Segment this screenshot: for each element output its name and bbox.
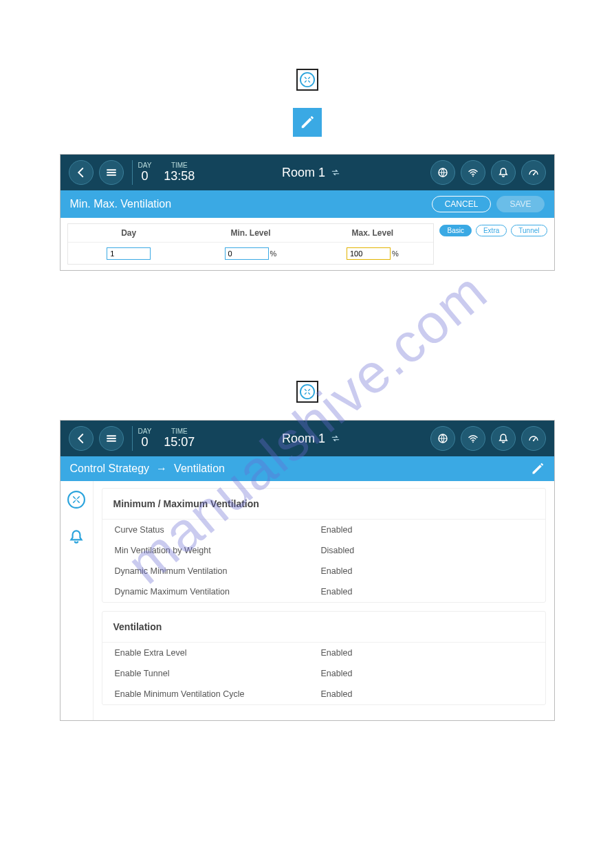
- setting-row[interactable]: Dynamic Minimum VentilationEnabled: [102, 561, 545, 581]
- day-time-display: DAY 0 TIME 13:58: [138, 162, 195, 183]
- setting-key: Enable Minimum Ventilation Cycle: [115, 689, 321, 699]
- setting-value: Enabled: [321, 689, 353, 699]
- breadcrumb-1[interactable]: Control Strategy: [70, 463, 150, 475]
- back-button[interactable]: [69, 426, 94, 451]
- back-button[interactable]: [69, 160, 94, 185]
- divider: [132, 160, 133, 185]
- filter-tunnel[interactable]: Tunnel: [511, 225, 547, 236]
- fan-icon: [300, 384, 315, 399]
- globe-icon: [437, 432, 449, 445]
- globe-icon: [437, 166, 449, 179]
- filter-basic[interactable]: Basic: [439, 225, 471, 236]
- wifi-icon: [467, 432, 479, 445]
- app-header: DAY 0 TIME 13:58 Room 1: [61, 155, 554, 190]
- bell-icon: [67, 528, 85, 546]
- setting-row[interactable]: Dynamic Maximum VentilationEnabled: [102, 581, 545, 602]
- arrow-right-icon: →: [156, 463, 167, 475]
- setting-value: Enabled: [321, 648, 353, 658]
- breadcrumb-2: Ventilation: [174, 463, 225, 475]
- wifi-button[interactable]: [461, 426, 485, 451]
- setting-key: Dynamic Minimum Ventilation: [115, 566, 321, 576]
- gauge-icon: [527, 432, 540, 445]
- setting-key: Curve Status: [115, 525, 321, 535]
- setting-key: Enable Extra Level: [115, 648, 321, 658]
- max-level-input[interactable]: [347, 247, 391, 260]
- min-level-input[interactable]: [225, 247, 269, 260]
- svg-point-3: [472, 175, 474, 177]
- svg-point-9: [532, 440, 534, 441]
- setting-key: Min Ventilation by Weight: [115, 546, 321, 555]
- card-title: Minimum / Maximum Ventilation: [102, 489, 545, 520]
- setting-value: Enabled: [321, 669, 353, 678]
- setting-value: Enabled: [321, 525, 353, 535]
- percent-label: %: [270, 249, 277, 258]
- bell-button[interactable]: [491, 426, 516, 451]
- menu-button[interactable]: [99, 426, 124, 451]
- minmax-table: Day Min. Level Max. Level % %: [67, 223, 435, 265]
- globe-button[interactable]: [430, 426, 455, 451]
- room-title-text: Room 1: [282, 166, 325, 180]
- time-label: TIME: [164, 162, 195, 169]
- wifi-button[interactable]: [461, 160, 485, 185]
- fan-icon: [67, 491, 85, 509]
- bell-icon: [497, 432, 509, 445]
- app-header: DAY 0 TIME 15:07 Room 1: [61, 421, 554, 456]
- setting-value: Enabled: [321, 566, 353, 576]
- setting-row[interactable]: Enable TunnelEnabled: [102, 663, 545, 684]
- setting-row[interactable]: Enable Minimum Ventilation CycleEnabled: [102, 684, 545, 704]
- section-title: Min. Max. Ventilation: [70, 198, 172, 210]
- menu-button[interactable]: [99, 160, 124, 185]
- arrow-left-icon: [75, 432, 87, 445]
- bell-button[interactable]: [491, 160, 516, 185]
- fan-icon-badge: [296, 69, 318, 91]
- arrow-left-icon: [75, 166, 87, 179]
- divider: [132, 426, 133, 451]
- pencil-icon-badge: [293, 108, 322, 137]
- card-title: Ventilation: [102, 612, 545, 643]
- edit-button[interactable]: [531, 462, 545, 476]
- hamburger-icon: [105, 166, 118, 179]
- breadcrumb-bar: Control Strategy → Ventilation: [61, 456, 554, 481]
- setting-key: Dynamic Maximum Ventilation: [115, 587, 321, 597]
- room-title[interactable]: Room 1: [195, 432, 427, 446]
- time-value: 13:58: [164, 169, 195, 183]
- fan-icon-badge-2: [296, 381, 318, 403]
- swap-icon: [331, 168, 340, 177]
- cancel-button[interactable]: CANCEL: [432, 196, 492, 212]
- pencil-icon: [531, 462, 545, 476]
- gauge-button[interactable]: [521, 426, 546, 451]
- day-value: 0: [138, 435, 152, 449]
- section-header: Min. Max. Ventilation CANCEL SAVE: [61, 190, 554, 218]
- pencil-icon: [300, 115, 315, 130]
- setting-row[interactable]: Enable Extra LevelEnabled: [102, 643, 545, 663]
- hamburger-icon: [105, 432, 118, 445]
- day-label: DAY: [138, 427, 152, 435]
- svg-point-6: [306, 390, 309, 393]
- time-label: TIME: [164, 427, 195, 435]
- setting-key: Enable Tunnel: [115, 669, 321, 678]
- day-value: 0: [138, 169, 152, 183]
- side-tabs: [61, 481, 94, 720]
- screenshot-minmax-ventilation: DAY 0 TIME 13:58 Room 1: [60, 154, 555, 271]
- gauge-button[interactable]: [521, 160, 546, 185]
- table-row: % %: [68, 243, 434, 264]
- screenshot-control-strategy: DAY 0 TIME 15:07 Room 1: [60, 420, 555, 721]
- swap-icon: [331, 434, 340, 443]
- setting-row[interactable]: Min Ventilation by WeightDisabled: [102, 540, 545, 561]
- setting-value: Disabled: [321, 546, 355, 555]
- globe-button[interactable]: [430, 160, 455, 185]
- sidetab-ventilation[interactable]: [67, 491, 85, 511]
- setting-row[interactable]: Curve StatusEnabled: [102, 520, 545, 540]
- save-button[interactable]: SAVE: [496, 196, 544, 212]
- svg-point-1: [306, 78, 309, 81]
- col-day: Day: [68, 224, 190, 242]
- day-input[interactable]: [107, 247, 151, 260]
- filter-extra[interactable]: Extra: [476, 225, 507, 236]
- card-minmax-ventilation: Minimum / Maximum Ventilation Curve Stat…: [102, 488, 546, 603]
- gauge-icon: [527, 166, 540, 179]
- room-title[interactable]: Room 1: [195, 166, 427, 180]
- percent-label: %: [392, 249, 399, 258]
- svg-point-4: [532, 174, 534, 175]
- sidetab-alarms[interactable]: [67, 528, 85, 548]
- setting-value: Enabled: [321, 587, 353, 597]
